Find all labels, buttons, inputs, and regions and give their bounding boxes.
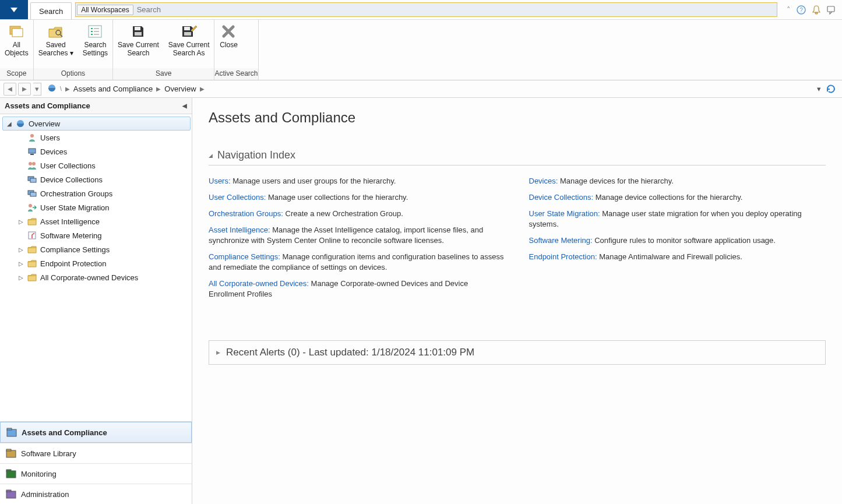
svg-rect-26 xyxy=(30,178,36,182)
ribbon-saved-searches-button[interactable]: Saved Searches ▾ xyxy=(34,20,78,68)
tree-item-orchestration-groups[interactable]: Orchestration Groups xyxy=(14,186,191,200)
nav-index-link[interactable]: Device Collections: xyxy=(529,193,594,202)
tree-item-asset-intelligence[interactable]: ▷Asset Intelligence xyxy=(14,214,191,228)
tree-item-overview[interactable]: ◢Overview xyxy=(2,117,191,131)
svg-rect-21 xyxy=(29,149,36,153)
ribbon-save-current-search-as-button[interactable]: Save Current Search As xyxy=(164,20,214,68)
tree-item-label: Overview xyxy=(29,119,60,128)
global-search-input[interactable] xyxy=(133,3,777,16)
chevron-right-icon[interactable]: ▶ xyxy=(200,86,205,92)
nav-index-link[interactable]: User State Migration: xyxy=(529,209,600,218)
nav-index-link[interactable]: Devices: xyxy=(529,177,558,185)
svg-point-23 xyxy=(29,162,32,165)
global-search-container: All Workspaces xyxy=(75,2,777,17)
tree-item-label: Endpoint Protection xyxy=(40,259,106,268)
bell-icon[interactable] xyxy=(812,5,821,15)
floppy-icon xyxy=(129,23,147,40)
tree-item-users[interactable]: Users xyxy=(14,131,191,144)
tree-item-label: Orchestration Groups xyxy=(40,189,112,198)
workspace-label: Software Library xyxy=(21,449,76,458)
tree-expand-icon[interactable]: ▷ xyxy=(18,218,24,225)
workspace-label: Monitoring xyxy=(21,470,57,478)
nav-index-entry: Software Metering: Configure rules to mo… xyxy=(529,235,826,246)
tree-item-software-metering[interactable]: Software Metering xyxy=(14,228,191,242)
nav-index-link[interactable]: User Collections: xyxy=(209,193,266,202)
workspace-label: Administration xyxy=(21,490,69,499)
nav-back-button[interactable]: ◄ xyxy=(3,83,16,96)
ribbon-search-settings-button[interactable]: Search Settings xyxy=(78,20,112,68)
breadcrumb-item[interactable]: Assets and Compliance xyxy=(73,84,153,93)
chevron-right-icon[interactable]: ▶ xyxy=(65,86,70,92)
globe-icon xyxy=(16,119,25,128)
app-menu-button[interactable] xyxy=(0,0,28,19)
sidepane-title: Assets and Compliance xyxy=(5,101,90,110)
tree-expand-icon[interactable]: ▷ xyxy=(18,274,24,281)
breadcrumb-dropdown-button[interactable]: ▾ xyxy=(817,84,821,93)
workspace-administration[interactable]: Administration xyxy=(0,484,192,504)
ribbon-all-objects-button[interactable]: All Objects xyxy=(0,20,33,68)
nav-index-entry: Devices: Manage devices for the hierarch… xyxy=(529,176,826,186)
svg-rect-37 xyxy=(6,491,16,498)
nav-index-entry: Device Collections: Manage device collec… xyxy=(529,192,826,203)
navigation-index-title: Navigation Index xyxy=(217,149,295,161)
nav-history-dropdown[interactable]: ▾ xyxy=(33,83,41,96)
tree-expand-icon[interactable]: ▷ xyxy=(18,260,24,267)
ribbon-save-current-search-button[interactable]: Save Current Search xyxy=(113,20,164,68)
tree-item-user-state-migration[interactable]: User State Migration xyxy=(14,200,191,214)
tab-search[interactable]: Search xyxy=(30,2,72,19)
ribbon-close-button[interactable]: Close xyxy=(214,20,242,68)
folder-icon xyxy=(27,217,37,226)
tree-item-label: Compliance Settings xyxy=(40,245,110,254)
feedback-icon[interactable] xyxy=(827,5,836,15)
workspace-icon xyxy=(6,468,16,479)
tree-item-label: Users xyxy=(40,133,60,142)
nav-forward-button[interactable]: ► xyxy=(18,83,31,96)
breadcrumb-root-icon[interactable] xyxy=(47,83,57,94)
tree-item-user-collections[interactable]: User Collections xyxy=(14,158,191,172)
recent-alerts-panel[interactable]: ▶ Recent Alerts (0) - Last updated: 1/18… xyxy=(209,340,826,365)
ribbon-save-current-search-as-label: Save Current Search As xyxy=(168,41,210,57)
nav-index-link[interactable]: Users: xyxy=(209,177,231,185)
svg-rect-31 xyxy=(7,429,16,436)
nav-index-desc: Manage devices for the hierarchy. xyxy=(558,177,673,185)
help-icon[interactable]: ? xyxy=(797,5,806,15)
chevron-right-icon[interactable]: ▶ xyxy=(156,86,161,92)
workspace-software-library[interactable]: Software Library xyxy=(0,443,192,463)
workspace-monitoring[interactable]: Monitoring xyxy=(0,463,192,484)
tree-expand-icon[interactable]: ▷ xyxy=(18,246,24,253)
search-scope-chip[interactable]: All Workspaces xyxy=(77,5,133,15)
svg-rect-34 xyxy=(6,449,11,451)
tree-item-all-corporate-owned-devices[interactable]: ▷All Corporate-owned Devices xyxy=(14,270,191,284)
sidepane-collapse-button[interactable]: ◀ xyxy=(182,103,187,109)
svg-rect-22 xyxy=(30,154,34,155)
nav-index-link[interactable]: Endpoint Protection: xyxy=(529,252,597,261)
tree-item-device-collections[interactable]: Device Collections xyxy=(14,172,191,186)
navigation-index-header[interactable]: ◢ Navigation Index xyxy=(209,149,826,165)
breadcrumb-bar: ◄ ► ▾ \ ▶ Assets and Compliance ▶ Overvi… xyxy=(0,80,842,98)
workspace-assets-and-compliance[interactable]: Assets and Compliance xyxy=(0,422,192,443)
tree-item-compliance-settings[interactable]: ▷Compliance Settings xyxy=(14,242,191,256)
nav-index-link[interactable]: Compliance Settings: xyxy=(209,252,280,261)
tree-collapse-icon[interactable]: ◢ xyxy=(6,121,12,127)
nav-index-link[interactable]: Orchestration Groups: xyxy=(209,209,283,218)
tree-item-devices[interactable]: Devices xyxy=(14,144,191,158)
nav-index-link[interactable]: Asset Intelligence: xyxy=(209,225,270,234)
breadcrumb-item[interactable]: Overview xyxy=(164,84,196,93)
ribbon-close-label: Close xyxy=(220,41,238,49)
breadcrumb-sep-icon: \ xyxy=(60,86,62,92)
tree-item-label: Devices xyxy=(40,147,67,156)
navigation-sidepane: Assets and Compliance ◀ ◢OverviewUsersDe… xyxy=(0,98,192,504)
tree-item-endpoint-protection[interactable]: ▷Endpoint Protection xyxy=(14,256,191,270)
refresh-icon[interactable] xyxy=(826,84,836,94)
nav-index-link[interactable]: All Corporate-owned Devices: xyxy=(209,279,309,288)
svg-rect-35 xyxy=(6,471,16,478)
ribbon-group-options: Saved Searches ▾ Search Settings Options xyxy=(34,20,113,80)
page-title: Assets and Compliance xyxy=(209,110,826,126)
svg-rect-16 xyxy=(184,27,190,30)
search-settings-icon xyxy=(86,23,104,40)
nav-index-link[interactable]: Software Metering: xyxy=(529,236,593,245)
users-icon xyxy=(27,161,37,170)
devices-icon xyxy=(27,189,37,198)
svg-point-20 xyxy=(30,134,34,138)
chevron-up-icon[interactable]: ˄ xyxy=(787,5,791,14)
